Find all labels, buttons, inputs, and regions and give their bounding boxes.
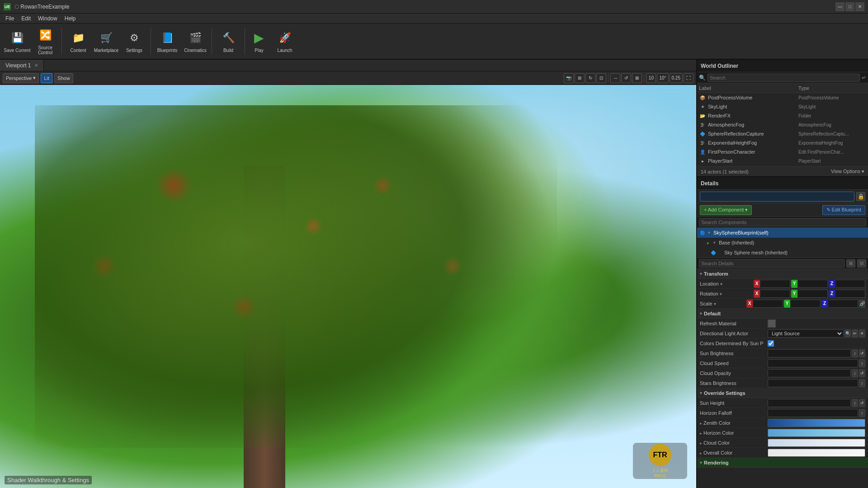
properties-scroll[interactable]: ▾ Transform Location ▾ X 0.0 Y 0.0 Z 0.0 xyxy=(697,269,868,488)
blueprints-label: Blueprints xyxy=(157,48,177,53)
cloud-opacity-reset[interactable]: ↺ xyxy=(859,369,865,377)
spherecapture-name: SphereReflectionCapture xyxy=(708,131,798,136)
scale-x-input[interactable]: 1.0 xyxy=(754,300,783,308)
save-current-button[interactable]: 💾 Save Current xyxy=(4,25,31,57)
override-section-header[interactable]: ▾ Override Settings xyxy=(697,388,868,398)
outliner-search-go[interactable]: ↵ xyxy=(862,75,866,81)
cloud-speed-input[interactable]: 1.0 xyxy=(768,359,858,367)
dl-edit-btn[interactable]: ✏ xyxy=(852,329,858,338)
details-actor-input[interactable]: SkySphereBlueprint xyxy=(700,192,854,202)
cinematics-button[interactable]: 🎬 Cinematics xyxy=(182,25,209,57)
transform-section-header[interactable]: ▾ Transform xyxy=(697,269,868,279)
build-button[interactable]: 🔨 Build xyxy=(215,25,242,57)
details-search-input[interactable] xyxy=(699,259,844,267)
cloud-speed-spin[interactable]: ↕ xyxy=(859,359,865,367)
viewport-tab-close[interactable]: ✕ xyxy=(34,63,38,68)
location-x-input[interactable]: 0.0 xyxy=(761,280,790,288)
outliner-item-skylight[interactable]: ☀ SkyLight SkyLight xyxy=(697,102,868,111)
menu-help[interactable]: Help xyxy=(61,14,80,23)
dl-clear-btn[interactable]: ✕ xyxy=(859,329,865,338)
component-search-input[interactable] xyxy=(699,218,866,226)
horizon-falloff-input[interactable]: 3.0 xyxy=(768,409,858,417)
scale-snap-btn[interactable]: ⊡ xyxy=(596,73,606,83)
scale-btn[interactable]: ⊠ xyxy=(632,73,642,83)
sun-height-spin[interactable]: ↕ xyxy=(852,399,858,407)
sun-brightness-reset[interactable]: ↺ xyxy=(859,349,865,357)
source-control-button[interactable]: 🔀 Source Control xyxy=(32,25,59,57)
add-component-button[interactable]: + Add Component ▾ xyxy=(700,205,752,215)
rotation-snap-btn[interactable]: ↻ xyxy=(585,73,595,83)
rendering-section-header[interactable]: ▾ Rendering xyxy=(697,458,868,468)
stars-brightness-spin[interactable]: ↕ xyxy=(859,379,865,387)
perspective-mode-button[interactable]: Perspective ▾ xyxy=(3,73,39,83)
outliner-item-atmosfog[interactable]: 🌫 AtmosphericFog AtmosphericFog xyxy=(697,120,868,129)
sun-height-input[interactable]: 0.421551 xyxy=(768,399,851,407)
details-grid-toggle[interactable]: ⊟ xyxy=(857,259,866,267)
outliner-item-expheightfog[interactable]: 🌫 ExponentialHeightFog ExponentialHeight… xyxy=(697,138,868,147)
cloud-opacity-input[interactable]: 1.0 xyxy=(768,369,851,377)
cloud-color-swatch[interactable] xyxy=(768,439,865,447)
cloud-opacity-spin[interactable]: ↕ xyxy=(852,369,858,377)
comp-item-skysphere-self[interactable]: 🔵 ▾ SkySphereBlueprint(self) xyxy=(697,228,868,238)
sun-brightness-input[interactable]: 75.0 xyxy=(768,349,851,357)
view-options-btn[interactable]: View Options ▾ xyxy=(831,169,864,174)
location-y-input[interactable]: 0.0 xyxy=(798,280,828,288)
menu-edit[interactable]: Edit xyxy=(18,14,34,23)
edit-blueprint-button[interactable]: ✎ Edit Blueprint xyxy=(822,205,865,215)
rotation-y-input[interactable]: 0.0° xyxy=(798,290,828,298)
settings-button[interactable]: ⚙ Settings xyxy=(121,25,148,57)
marketplace-button[interactable]: 🛒 Marketplace xyxy=(93,25,120,57)
zenith-color-swatch[interactable] xyxy=(768,419,865,427)
outliner-item-renderfx[interactable]: 📂 RenderFX Folder xyxy=(697,111,868,120)
grid-size-btn[interactable]: 10 xyxy=(646,73,656,83)
content-button[interactable]: 📁 Content xyxy=(65,25,92,57)
show-button[interactable]: Show xyxy=(54,73,73,83)
overall-color-swatch[interactable] xyxy=(768,449,865,457)
scale-size-btn[interactable]: 0.25 xyxy=(670,73,683,83)
zenith-color-row: ▸ Zenith Color xyxy=(697,418,868,428)
maximize-vp-btn[interactable]: ⛶ xyxy=(684,73,693,83)
scale-y-input[interactable]: 1.0 xyxy=(791,300,821,308)
comp-item-skymesh[interactable]: 🔷 Sky Sphere mesh (Inherited) xyxy=(697,248,868,258)
rotation-x-input[interactable]: 0.0° xyxy=(761,290,790,298)
rotate-btn[interactable]: ↺ xyxy=(621,73,631,83)
dl-search-btn[interactable]: 🔍 xyxy=(844,329,851,338)
location-z-input[interactable]: 0.0 xyxy=(836,280,865,288)
outliner-item-spherecapture[interactable]: 🔷 SphereReflectionCapture SphereReflecti… xyxy=(697,129,868,138)
lit-mode-button[interactable]: Lit xyxy=(41,73,52,83)
outliner-item-fpcharacter[interactable]: 👤 FirstPersonCharacter Edit FirstPersonC… xyxy=(697,147,868,156)
rotation-size-btn[interactable]: 10° xyxy=(657,73,668,83)
menu-file[interactable]: File xyxy=(2,14,18,23)
viewport-tab-1[interactable]: Viewport 1 ✕ xyxy=(0,60,44,71)
grid-snap-btn[interactable]: ⊞ xyxy=(575,73,585,83)
horizon-falloff-spin[interactable]: ↕ xyxy=(859,409,865,417)
launch-button[interactable]: 🚀 Launch xyxy=(271,25,298,57)
translate-btn[interactable]: ↔ xyxy=(610,73,620,83)
camera-btn[interactable]: 📷 xyxy=(564,73,574,83)
default-section-header[interactable]: ▾ Default xyxy=(697,309,868,319)
directional-light-select[interactable]: Light Source xyxy=(768,329,844,338)
outliner-item-postprocess[interactable]: 📦 PostProcessVolume PostProcessVolume xyxy=(697,93,868,102)
play-button[interactable]: ▶ Play xyxy=(248,25,270,57)
rz-label: Z xyxy=(829,290,835,298)
colors-sun-checkbox[interactable] xyxy=(768,340,774,347)
maximize-button[interactable]: □ xyxy=(845,2,854,11)
close-button[interactable]: ✕ xyxy=(855,2,864,11)
refresh-material-checkbox[interactable] xyxy=(768,319,776,328)
blueprints-button[interactable]: 📘 Blueprints xyxy=(154,25,181,57)
scale-z-input[interactable]: 1.0 xyxy=(829,300,858,308)
scale-lock-btn[interactable]: 🔗 xyxy=(859,300,865,308)
horizon-color-swatch[interactable] xyxy=(768,429,865,437)
stars-brightness-input[interactable]: 0.1 xyxy=(768,379,858,387)
menu-window[interactable]: Window xyxy=(34,14,61,23)
outliner-search-input[interactable] xyxy=(708,74,860,82)
viewport-canvas[interactable]: FTR 人人素材RRCG Shader Walkthrough & Settin… xyxy=(0,85,696,488)
minimize-button[interactable]: — xyxy=(835,2,844,11)
sun-height-reset[interactable]: ↺ xyxy=(859,399,865,407)
comp-item-base[interactable]: ▸ ▾ Base (Inherited) xyxy=(697,238,868,248)
details-view-toggle[interactable]: ⊞ xyxy=(846,259,855,267)
outliner-item-playerstart[interactable]: ▸ PlayerStart PlayerStart xyxy=(697,156,868,165)
rotation-z-input[interactable]: 0.0° xyxy=(836,290,865,298)
sun-brightness-spin[interactable]: ↕ xyxy=(852,349,858,357)
lock-button[interactable]: 🔒 xyxy=(856,192,865,201)
